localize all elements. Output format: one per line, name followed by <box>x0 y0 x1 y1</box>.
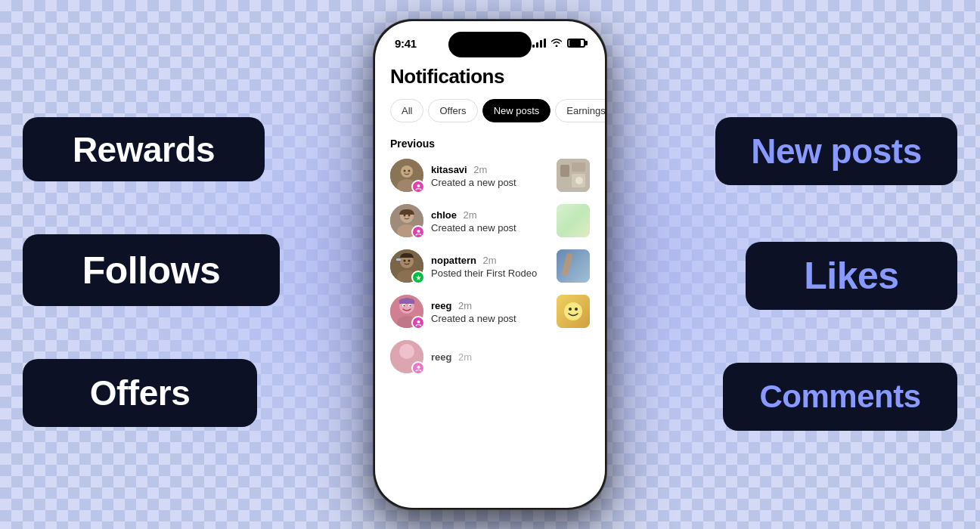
phone-screen: 9:41 <box>375 21 605 508</box>
notif-desc-reeg: Created a new post <box>431 313 549 324</box>
tab-new-posts[interactable]: New posts <box>482 99 551 122</box>
notif-desc-chloe: Created a new post <box>431 222 549 234</box>
phone: 9:41 <box>373 19 607 510</box>
signal-bar-1 <box>532 45 535 48</box>
notif-time-chloe: 2m <box>463 209 476 221</box>
notif-name-chloe: chloe <box>431 209 457 221</box>
status-icons <box>532 38 585 49</box>
avatar-wrap-reeg2 <box>390 340 423 373</box>
badge-kitasavi <box>411 180 425 193</box>
notif-item-reeg[interactable]: reeg 2m Created a new post <box>390 295 590 328</box>
avatar-wrap-kitasavi <box>390 159 423 192</box>
svg-point-33 <box>417 320 420 323</box>
notif-text-nopattern: nopattern 2m Posted their First Rodeo <box>431 253 549 279</box>
badge-icon-nopattern <box>414 274 422 281</box>
notif-name-reeg2: reeg <box>431 351 451 363</box>
svg-point-36 <box>569 308 572 311</box>
svg-point-5 <box>417 184 420 187</box>
avatar-wrap-nopattern <box>390 249 423 283</box>
notif-thumb-kitasavi <box>557 159 590 192</box>
svg-point-21 <box>404 260 406 262</box>
svg-rect-7 <box>560 165 569 177</box>
svg-point-40 <box>417 366 420 369</box>
badge-icon-reeg2 <box>414 364 422 372</box>
svg-rect-24 <box>557 249 590 283</box>
notif-desc-kitasavi: Created a new post <box>431 177 549 188</box>
battery-icon <box>567 39 585 48</box>
notif-time-reeg2: 2m <box>458 351 472 363</box>
filter-tabs[interactable]: All Offers New posts Earnings <box>390 99 590 122</box>
svg-point-16 <box>417 230 420 233</box>
label-offers: Offers <box>23 359 257 427</box>
badge-icon-kitasavi <box>414 183 422 190</box>
dynamic-island <box>448 32 532 57</box>
notif-text-reeg2: reeg 2m <box>431 350 590 363</box>
avatar-wrap-reeg <box>390 295 423 328</box>
svg-point-31 <box>404 305 405 307</box>
section-previous: Previous <box>390 138 590 150</box>
notif-item-reeg2[interactable]: reeg 2m <box>390 340 590 373</box>
badge-icon-chloe <box>414 228 422 236</box>
svg-point-3 <box>404 170 406 172</box>
label-newposts: New posts <box>715 117 957 185</box>
notif-thumb-nopattern <box>557 249 590 283</box>
badge-reeg2 <box>411 361 425 375</box>
svg-point-10 <box>575 177 583 184</box>
svg-point-1 <box>401 166 413 178</box>
notif-text-reeg: reeg 2m Created a new post <box>431 299 549 324</box>
svg-point-22 <box>408 260 411 262</box>
svg-point-32 <box>410 305 411 307</box>
phone-shell: 9:41 <box>373 19 607 510</box>
notif-item-chloe[interactable]: chloe 2m Created a new post <box>390 204 590 237</box>
notif-item-nopattern[interactable]: nopattern 2m Posted their First Rodeo <box>390 249 590 283</box>
tab-offers[interactable]: Offers <box>428 99 477 122</box>
label-likes: Likes <box>746 242 957 310</box>
notif-time-kitasavi: 2m <box>473 164 487 175</box>
label-follows: Follows <box>23 234 280 306</box>
battery-fill <box>569 40 581 46</box>
badge-chloe <box>411 225 425 239</box>
tab-all[interactable]: All <box>390 99 423 122</box>
badge-icon-reeg <box>414 319 422 326</box>
app-content: Notifications All Offers New posts Earni… <box>375 65 605 508</box>
notif-time-reeg: 2m <box>458 300 472 311</box>
notif-name-nopattern: nopattern <box>431 255 476 266</box>
notif-desc-nopattern: Posted their First Rodeo <box>431 268 549 279</box>
wifi-icon <box>550 38 563 49</box>
notif-item-kitasavi[interactable]: kitasavi 2m Created a new post <box>390 159 590 192</box>
avatar-wrap-chloe <box>390 204 423 237</box>
notif-thumb-reeg <box>557 295 590 328</box>
tab-earnings[interactable]: Earnings <box>555 99 605 122</box>
status-time: 9:41 <box>395 37 417 50</box>
label-comments: Comments <box>723 363 957 431</box>
notif-name-kitasavi: kitasavi <box>431 164 467 175</box>
notif-text-kitasavi: kitasavi 2m Created a new post <box>431 162 549 188</box>
signal-bars-icon <box>532 39 546 48</box>
signal-bar-3 <box>540 40 542 48</box>
notif-text-chloe: chloe 2m Created a new post <box>431 208 549 234</box>
svg-point-37 <box>575 308 578 311</box>
svg-point-39 <box>399 344 414 359</box>
svg-rect-17 <box>557 204 590 237</box>
app-title: Notifications <box>390 65 590 88</box>
svg-rect-23 <box>396 258 401 261</box>
badge-nopattern <box>411 271 425 284</box>
notif-time-nopattern: 2m <box>482 255 496 266</box>
signal-bar-2 <box>536 42 538 48</box>
signal-bar-4 <box>544 39 546 48</box>
badge-reeg <box>411 316 425 329</box>
svg-rect-8 <box>572 162 585 172</box>
svg-point-4 <box>408 170 411 172</box>
notif-thumb-chloe <box>557 204 590 237</box>
label-rewards: Rewards <box>23 117 265 181</box>
notif-name-reeg: reeg <box>431 300 451 311</box>
svg-point-35 <box>564 302 582 320</box>
